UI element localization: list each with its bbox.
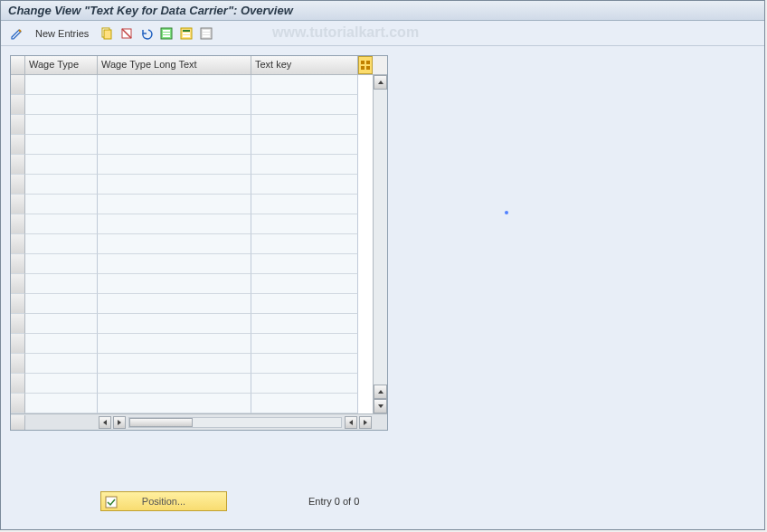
table-row[interactable] [11,135,373,155]
table-row[interactable] [11,115,373,135]
column-header-text-key[interactable]: Text key [251,56,358,74]
cell-text-key[interactable] [251,394,358,413]
cell-wage-type[interactable] [25,234,98,254]
row-selector[interactable] [11,374,25,394]
table-row[interactable] [11,75,373,95]
cell-wage-type-long-text[interactable] [98,294,251,314]
scroll-right-inner-button[interactable] [113,416,126,429]
cell-text-key[interactable] [251,254,358,274]
table-settings-button[interactable] [358,56,373,74]
row-selector[interactable] [11,234,25,254]
cell-wage-type[interactable] [25,155,98,175]
row-selector[interactable] [11,274,25,294]
cell-text-key[interactable] [251,274,358,294]
row-selector[interactable] [11,214,25,234]
table-row[interactable] [11,254,373,274]
row-selector[interactable] [11,155,25,175]
cell-wage-type-long-text[interactable] [98,155,251,175]
cell-wage-type-long-text[interactable] [98,254,251,274]
cell-wage-type[interactable] [25,75,98,95]
table-row[interactable] [11,354,373,374]
cell-wage-type-long-text[interactable] [98,175,251,195]
table-row[interactable] [11,394,373,413]
cell-wage-type-long-text[interactable] [98,314,251,334]
cell-wage-type[interactable] [25,115,98,135]
row-selector[interactable] [11,95,25,115]
cell-text-key[interactable] [251,214,358,234]
cell-wage-type[interactable] [25,214,98,234]
new-entries-button[interactable]: New Entries [28,24,96,43]
cell-text-key[interactable] [251,334,358,354]
cell-wage-type[interactable] [25,394,98,413]
cell-text-key[interactable] [251,234,358,254]
cell-text-key[interactable] [251,374,358,394]
column-header-wage-type[interactable]: Wage Type [25,56,98,74]
select-all-button[interactable] [157,24,175,43]
cell-text-key[interactable] [251,75,358,95]
cell-wage-type-long-text[interactable] [98,95,251,115]
cell-wage-type-long-text[interactable] [98,274,251,294]
table-row[interactable] [11,274,373,294]
scroll-up-button[interactable] [374,75,387,90]
row-selector[interactable] [11,294,25,314]
cell-wage-type[interactable] [25,274,98,294]
row-selector[interactable] [11,314,25,334]
table-row[interactable] [11,234,373,254]
row-selector[interactable] [11,334,25,354]
cell-text-key[interactable] [251,175,358,195]
delete-button[interactable] [118,24,136,43]
toggle-change-button[interactable] [8,24,26,43]
deselect-all-button[interactable] [197,24,215,43]
copy-as-button[interactable] [98,24,116,43]
cell-wage-type-long-text[interactable] [98,374,251,394]
horizontal-scrollbar[interactable] [11,413,387,430]
cell-wage-type-long-text[interactable] [98,334,251,354]
table-row[interactable] [11,314,373,334]
cell-wage-type[interactable] [25,195,98,214]
undo-change-button[interactable] [137,24,156,43]
cell-wage-type[interactable] [25,254,98,274]
scroll-right-button[interactable] [359,416,372,429]
table-row[interactable] [11,155,373,175]
row-selector[interactable] [11,195,25,214]
cell-wage-type-long-text[interactable] [98,75,251,95]
cell-text-key[interactable] [251,95,358,115]
column-header-wage-type-long-text[interactable]: Wage Type Long Text [98,56,251,74]
cell-wage-type-long-text[interactable] [98,214,251,234]
row-selector[interactable] [11,115,25,135]
select-block-button[interactable] [177,24,195,43]
cell-wage-type-long-text[interactable] [98,195,251,214]
table-row[interactable] [11,294,373,314]
vertical-scrollbar[interactable] [373,75,387,413]
cell-wage-type[interactable] [25,354,98,374]
scroll-up-inner-button[interactable] [374,385,387,399]
row-selector[interactable] [11,75,25,95]
cell-wage-type[interactable] [25,314,98,334]
cell-wage-type-long-text[interactable] [98,394,251,413]
row-selector-header[interactable] [11,56,25,74]
hscroll-thumb[interactable] [129,418,193,427]
table-row[interactable] [11,175,373,195]
table-row[interactable] [11,195,373,214]
cell-wage-type[interactable] [25,374,98,394]
select-all-corner[interactable] [11,415,25,430]
cell-text-key[interactable] [251,195,358,214]
row-selector[interactable] [11,135,25,155]
hscroll-track[interactable] [128,417,342,428]
row-selector[interactable] [11,254,25,274]
table-row[interactable] [11,334,373,354]
cell-wage-type-long-text[interactable] [98,354,251,374]
cell-wage-type[interactable] [25,334,98,354]
cell-wage-type-long-text[interactable] [98,135,251,155]
cell-text-key[interactable] [251,354,358,374]
data-grid[interactable]: Wage Type Wage Type Long Text Text key [10,55,388,431]
table-row[interactable] [11,374,373,394]
table-row[interactable] [11,214,373,234]
cell-text-key[interactable] [251,294,358,314]
cell-text-key[interactable] [251,115,358,135]
row-selector[interactable] [11,175,25,195]
cell-wage-type[interactable] [25,175,98,195]
cell-wage-type-long-text[interactable] [98,115,251,135]
scroll-left-button[interactable] [99,416,111,429]
cell-text-key[interactable] [251,314,358,334]
